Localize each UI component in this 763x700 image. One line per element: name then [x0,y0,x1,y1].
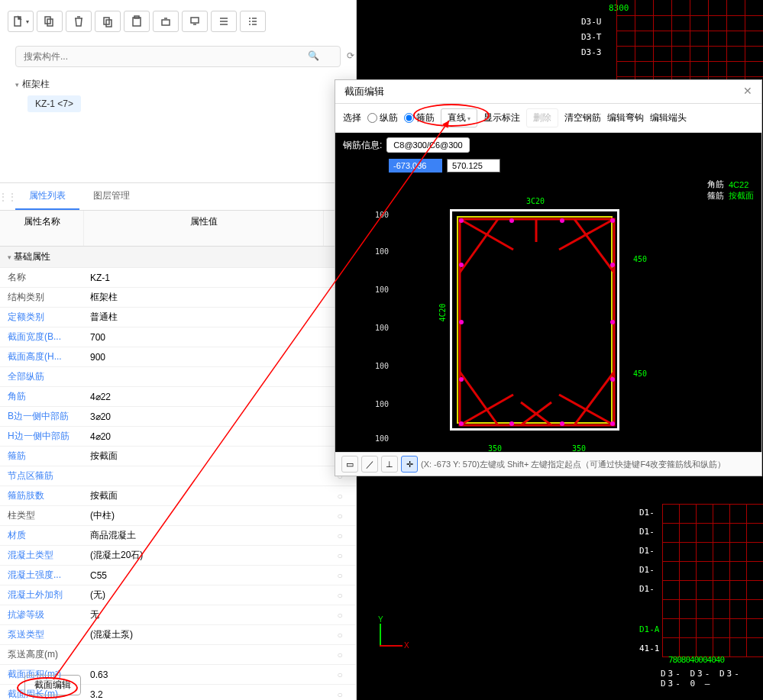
detail-list-button[interactable] [240,11,266,32]
canvas-label: D1- [639,584,655,594]
close-icon[interactable]: ✕ [743,85,752,98]
rebar-info-dropdown[interactable]: C8@300/C6@300 [386,137,469,153]
svg-point-34 [610,377,615,382]
svg-point-30 [459,320,464,324]
line-type-dropdown[interactable]: 直线 [441,108,477,127]
drag-handle-icon[interactable]: ⋮⋮ [0,183,15,210]
prop-name-input[interactable] [89,271,319,285]
prop-hside[interactable] [89,430,319,444]
radio-longbar[interactable]: 纵筋 [367,111,398,124]
prop-col-type[interactable] [89,509,319,523]
popup-canvas[interactable]: 钢筋信息: C8@300/C6@300 角筋4C22 箍筋按截面 [335,133,761,452]
canvas-label: D1-A [639,624,660,634]
prop-struct-type[interactable] [89,291,319,305]
tool-select-icon[interactable]: ▭ [341,456,358,473]
info-label: 钢筋信息: [343,139,382,152]
canvas-label: D1- [639,546,655,556]
toolbar-show-dim[interactable]: 显示标注 [483,111,520,124]
prop-material[interactable] [89,529,319,543]
coord-x-input[interactable] [389,159,442,173]
prop-label: 泵送高度(m) [0,645,84,664]
tree-node-kz1[interactable]: KZ-1 <7> [27,95,81,112]
property-group-basic[interactable]: 基础属性 [0,247,356,268]
section-edit-tab[interactable]: 截面编辑 [24,675,81,695]
prop-all-long[interactable] [89,370,319,384]
canvas-label: 41-1 [639,644,660,653]
toolbar-select[interactable]: 选择 [343,111,361,124]
prop-sec-perim[interactable] [89,688,319,701]
delete-button[interactable] [66,11,92,32]
layer-down-button[interactable] [182,11,208,32]
prop-label: 混凝土强度... [0,566,84,585]
prop-sec-h[interactable] [89,350,319,364]
canvas-label: D3- D3- D3- D3- 0 – [661,669,763,689]
prop-quota-type[interactable] [89,311,319,324]
paste-button[interactable] [124,11,150,32]
svg-point-22 [509,218,514,223]
svg-point-24 [610,218,615,223]
dim-h1: 450 [633,255,647,263]
toolbar-edit-end[interactable]: 编辑端头 [650,111,687,124]
prop-sec-area[interactable] [89,668,319,682]
copy-button[interactable] [95,11,121,32]
left-panel: 🔍 ⟳ 框架柱 KZ-1 <7> ⋮⋮ 属性列表 图层管理 属性名称 属性值 附… [0,0,357,700]
prop-label: 结构类别 [0,288,84,307]
property-tabs: ⋮⋮ 属性列表 图层管理 [0,182,356,211]
prop-conc-type[interactable] [89,549,319,563]
layer-up-button[interactable] [153,11,179,32]
dim-top: 3C20 [526,197,545,205]
svg-point-31 [459,377,464,382]
prop-label: 混凝土类型 [0,546,84,565]
tab-properties[interactable]: 属性列表 [15,183,79,210]
tool-line-icon[interactable]: ／ [361,456,378,473]
search-input[interactable] [15,46,341,67]
canvas-label: 7808040004040 [668,655,724,665]
prop-stirrup-legs[interactable] [89,489,319,503]
radio-stirrup[interactable]: 箍筋 [404,111,435,124]
prop-conc-grade[interactable] [89,569,319,582]
tool-perp-icon[interactable]: ⊥ [381,456,398,473]
prop-sec-w[interactable] [89,331,319,344]
prop-node-stirrup[interactable] [89,469,319,483]
prop-conc-additive[interactable] [89,589,319,602]
new-doc-button[interactable] [8,11,34,32]
prop-label: 材质 [0,526,84,545]
popup-titlebar[interactable]: 截面编辑 ✕ [335,80,761,104]
section-outline [450,209,619,431]
svg-line-17 [574,372,614,425]
prop-label: 名称 [0,268,84,287]
toolbar-clear[interactable]: 清空钢筋 [564,111,601,124]
coord-y-input[interactable] [447,159,500,173]
tree-node-label: KZ-1 <7> [35,98,73,109]
prop-pump-height[interactable] [89,648,319,662]
refresh-icon[interactable]: ⟳ [347,50,354,61]
prop-pump-type[interactable] [89,628,319,642]
list-button[interactable] [211,11,237,32]
popup-footer: ▭ ／ ⊥ ✛ (X: -673 Y: 570)左键或 Shift+ 左键指定起… [335,452,761,476]
prop-imperm[interactable] [89,608,319,622]
prop-label: 角筋 [0,387,84,406]
svg-point-27 [560,421,564,426]
prop-label: 混凝土外加剂 [0,585,84,605]
prop-label: 箍筋 [0,447,84,466]
header-name: 属性名称 [0,211,84,246]
prop-bside[interactable] [89,410,319,424]
tab-layers[interactable]: 图层管理 [79,183,144,210]
svg-point-29 [459,263,464,267]
toolbar-delete[interactable]: 删除 [526,108,558,127]
canvas-label: D1- [639,527,655,537]
property-header: 属性名称 属性值 附加 [0,211,356,247]
tree-root-frame-column[interactable]: 框架柱 [15,76,341,92]
svg-rect-8 [191,18,199,23]
svg-rect-7 [162,20,170,25]
toolbar-edit-hook[interactable]: 编辑弯钩 [607,111,644,124]
copy-doc-button[interactable] [37,11,63,32]
prop-corner[interactable] [89,390,319,404]
tool-snap-icon[interactable]: ✛ [401,456,418,473]
dim-w2: 350 [572,444,586,452]
dim-w1: 350 [488,444,502,452]
search-icon[interactable]: 🔍 [308,50,319,61]
prop-stirrup[interactable] [89,450,319,463]
grid-bottom [662,504,763,656]
prop-label: 定额类别 [0,308,84,327]
